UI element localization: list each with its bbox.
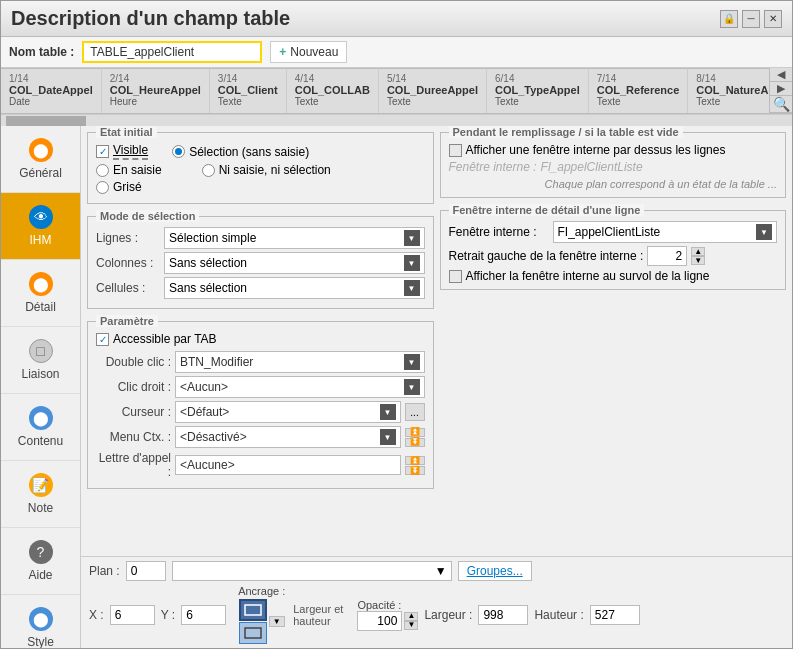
lignes-row: Lignes : Sélection simple ▼	[96, 227, 425, 249]
ancrage-btn-2[interactable]	[239, 622, 267, 644]
double-clic-dropdown[interactable]: BTN_Modifier ▼	[175, 351, 425, 373]
afficher-checkbox[interactable]	[449, 144, 462, 157]
curseur-label: Curseur :	[96, 405, 171, 419]
sidebar-item-detail[interactable]: ⬤ Détail	[1, 260, 80, 327]
nav-tabs-scroll: 1/14 COL_DateAppel Date 2/14 COL_HeureAp…	[1, 68, 769, 113]
nav-tab-7[interactable]: 7/14 COL_Reference Texte	[589, 68, 689, 113]
nav-tab-6[interactable]: 6/14 COL_TypeAppel Texte	[487, 68, 589, 113]
double-clic-row: Double clic : BTN_Modifier ▼	[96, 351, 425, 373]
nav-tab-5[interactable]: 5/14 COL_DureeAppel Texte	[379, 68, 487, 113]
sidebar-item-liaison[interactable]: □ Liaison	[1, 327, 80, 394]
retrait-row: Retrait gauche de la fenêtre interne : ▲…	[449, 246, 778, 266]
nav-prev-button[interactable]: ◀	[770, 68, 792, 82]
lignes-dropdown[interactable]: Sélection simple ▼	[164, 227, 425, 249]
ni-saisie-radio[interactable]: Ni saisie, ni sélection	[202, 163, 331, 177]
radio-dot	[175, 148, 182, 155]
nav-side-buttons: ◀ ▶ 🔍	[769, 68, 792, 113]
menu-ctx-dropdown[interactable]: <Désactivé> ▼	[175, 426, 401, 448]
clic-droit-dropdown[interactable]: <Aucun> ▼	[175, 376, 425, 398]
curseur-row: Curseur : <Défaut> ▼ ...	[96, 401, 425, 423]
accessible-tab-checkbox[interactable]: ✓	[96, 333, 109, 346]
nom-table-input[interactable]	[82, 41, 262, 63]
double-clic-arrow: ▼	[404, 354, 420, 370]
cellules-dropdown-arrow: ▼	[404, 280, 420, 296]
visible-row: ✓ Visible Sélection (sans saisie)	[96, 143, 425, 160]
menu-ctx-up-arrow[interactable]: ⏫	[405, 428, 425, 437]
grise-radio[interactable]: Grisé	[96, 180, 142, 194]
selection-sans-saisie-radio[interactable]: Sélection (sans saisie)	[172, 145, 309, 159]
y-label: Y :	[161, 608, 175, 622]
fenetre-detail-dropdown[interactable]: FI_appelClientListe ▼	[553, 221, 778, 243]
sidebar-item-general[interactable]: ⬤ Général	[1, 126, 80, 193]
retrait-increment[interactable]: ▲	[691, 247, 705, 256]
mode-selection-legend: Mode de sélection	[96, 210, 199, 222]
nav-tab-1[interactable]: 1/14 COL_DateAppel Date	[1, 68, 102, 113]
opacite-input[interactable]	[357, 611, 402, 631]
plan-row: Plan : ▼ Groupes...	[89, 561, 784, 581]
opacite-spinner: ▲ ▼	[404, 612, 418, 630]
nav-tab-3[interactable]: 3/14 COL_Client Texte	[210, 68, 287, 113]
window-controls: 🔒 ─ ✕	[720, 10, 782, 28]
groupes-button[interactable]: Groupes...	[458, 561, 532, 581]
x-input[interactable]	[110, 605, 155, 625]
sidebar-item-note[interactable]: 📝 Note	[1, 461, 80, 528]
ni-saisie-circle	[202, 164, 215, 177]
liaison-icon: □	[29, 339, 53, 363]
sidebar-item-style[interactable]: ⬤ Style	[1, 595, 80, 648]
curseur-arrow: ▼	[380, 404, 396, 420]
visible-checkbox-box: ✓	[96, 145, 109, 158]
nav-search-button[interactable]: 🔍	[770, 96, 792, 113]
sidebar-item-ihm[interactable]: 👁 IHM	[1, 193, 80, 260]
lettre-appel-row: Lettre d'appel : <Aucune> ⏫ ⏬	[96, 451, 425, 479]
new-button[interactable]: + Nouveau	[270, 41, 347, 63]
afficher-survol-checkbox[interactable]	[449, 270, 462, 283]
lettre-appel-label: Lettre d'appel :	[96, 451, 171, 479]
ancrage-btn-1[interactable]	[239, 599, 267, 621]
sidebar: ⬤ Général 👁 IHM ⬤ Détail □ Liaison ⬤ Con…	[1, 126, 81, 648]
lettre-appel-down-arrow[interactable]: ⏬	[405, 466, 425, 475]
minimize-button[interactable]: ─	[742, 10, 760, 28]
retrait-decrement[interactable]: ▼	[691, 256, 705, 265]
fenetre-interne-pendant-value: Fl_appelClientListe	[541, 160, 643, 174]
curseur-extra-button[interactable]: ...	[405, 403, 425, 421]
nav-tab-4[interactable]: 4/14 COL_COLLAB Texte	[287, 68, 379, 113]
plan-input[interactable]	[126, 561, 166, 581]
sidebar-item-aide[interactable]: ? Aide	[1, 528, 80, 595]
left-panel: Etat initial ✓ Visible Sélection (sans s…	[87, 132, 434, 550]
menu-ctx-double-arrows: ⏫ ⏬	[405, 428, 425, 447]
hauteur-input[interactable]	[590, 605, 640, 625]
nav-next-button[interactable]: ▶	[770, 82, 792, 96]
grise-circle	[96, 181, 109, 194]
retrait-input[interactable]	[647, 246, 687, 266]
largeur-input[interactable]	[478, 605, 528, 625]
ancrage-dropdown[interactable]: ▼	[269, 616, 285, 627]
y-input[interactable]	[181, 605, 226, 625]
sidebar-item-contenu[interactable]: ⬤ Contenu	[1, 394, 80, 461]
colonnes-dropdown[interactable]: Sans sélection ▼	[164, 252, 425, 274]
lettre-appel-dropdown[interactable]: <Aucune>	[175, 455, 401, 475]
lock-icon[interactable]: 🔒	[720, 10, 738, 28]
curseur-dropdown[interactable]: <Défaut> ▼	[175, 401, 401, 423]
opacite-box: Opacité : ▲ ▼	[357, 599, 418, 631]
cellules-dropdown[interactable]: Sans sélection ▼	[164, 277, 425, 299]
menu-ctx-down-arrow[interactable]: ⏬	[405, 438, 425, 447]
general-icon: ⬤	[29, 138, 53, 162]
fenetre-detail-legend: Fenêtre interne de détail d'une ligne	[449, 204, 645, 216]
hauteur-label: Hauteur :	[534, 608, 583, 622]
nav-tab-8[interactable]: 8/14 COL_NatureAppe Texte	[688, 68, 769, 113]
visible-checkbox[interactable]: ✓ Visible	[96, 143, 148, 160]
largeur-label: Largeur :	[424, 608, 472, 622]
nav-tab-2[interactable]: 2/14 COL_HeureAppel Heure	[102, 68, 210, 113]
close-button[interactable]: ✕	[764, 10, 782, 28]
en-saisie-radio[interactable]: En saisie	[96, 163, 162, 177]
svg-rect-1	[245, 628, 261, 638]
plan-dropdown[interactable]: ▼	[172, 561, 452, 581]
opacite-decrement[interactable]: ▼	[404, 621, 418, 630]
clic-droit-arrow: ▼	[404, 379, 420, 395]
plus-icon: +	[279, 45, 286, 59]
lettre-appel-up-arrow[interactable]: ⏫	[405, 456, 425, 465]
double-clic-label: Double clic :	[96, 355, 171, 369]
lignes-dropdown-arrow: ▼	[404, 230, 420, 246]
en-saisie-circle	[96, 164, 109, 177]
cellules-row: Cellules : Sans sélection ▼	[96, 277, 425, 299]
